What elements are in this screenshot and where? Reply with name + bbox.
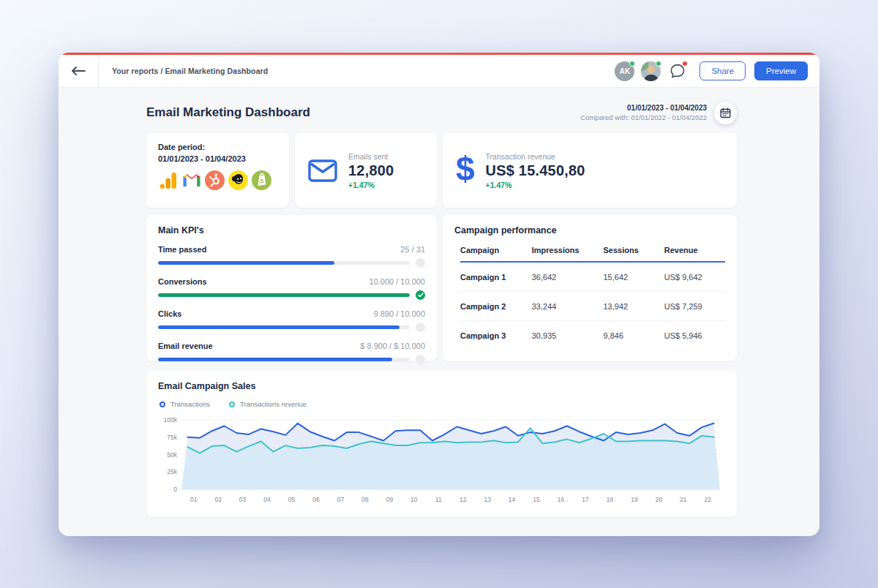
kpi-progress-fill [158, 261, 334, 265]
legend-marker [229, 402, 235, 407]
kpi-row: Time passed25 / 31 [158, 245, 425, 268]
date-range-value: 01/01/2023 - 01/04/2023 [580, 104, 707, 112]
x-axis-tick: 17 [582, 496, 589, 503]
campaign-performance-card: Campaign performance CampaignImpressions… [443, 215, 737, 361]
kpi-label: Conversions [158, 277, 207, 286]
notification-dot [682, 61, 688, 67]
kpi-status-check [416, 290, 425, 300]
revenue-cell: US$ 7,259 [664, 302, 725, 311]
x-axis-tick: 09 [386, 496, 394, 503]
x-axis-tick: 21 [680, 496, 687, 503]
kpi-progress-track [158, 358, 410, 361]
kpi-value: $ 8.900 / $ 10.000 [360, 342, 425, 350]
chat-button[interactable] [667, 61, 687, 81]
campaign-name: Campaign 2 [460, 302, 532, 311]
column-header: Revenue [664, 246, 725, 255]
avatar-photo[interactable] [641, 61, 661, 81]
share-button[interactable]: Share [699, 61, 746, 80]
transaction-revenue-text: Transaction revenue US$ 15.450,80 +1.47% [486, 152, 585, 189]
line-chart: 100k75k50k25k001020304050607080910111213… [158, 414, 725, 505]
chart-area: 100k75k50k25k001020304050607080910111213… [158, 414, 725, 508]
hubspot-icon[interactable] [205, 170, 225, 190]
date-range-control: 01/01/2023 - 01/04/2023 Compared with: 0… [580, 102, 737, 124]
shopify-icon[interactable]: S [252, 170, 271, 190]
legend-item[interactable]: Transactions revenue [229, 400, 307, 408]
mailchimp-icon[interactable] [228, 170, 248, 190]
y-axis-tick: 25k [167, 468, 177, 475]
column-header: Campaign [460, 246, 532, 255]
y-axis-tick: 50k [167, 451, 177, 459]
kpi-value: 25 / 31 [400, 245, 425, 254]
calendar-button[interactable] [714, 102, 737, 124]
kpi-row: Conversions10.000 / 10.000 [158, 277, 425, 300]
breadcrumb[interactable]: Your reports / Email Marketing Dashboard [112, 67, 268, 75]
table-row: Campaign 330,9359,846US$ 5,946 [460, 321, 725, 350]
emails-sent-card: Emails sent 12,800 +1.47% [295, 133, 437, 208]
date-period-card: Date period: 01/01/2023 - 01/04/2023 S [146, 133, 289, 208]
x-axis-tick: 16 [558, 496, 565, 503]
emails-sent-value: 12,800 [348, 162, 394, 179]
google-analytics-icon[interactable] [158, 170, 178, 190]
avatar-initials: AK [620, 67, 630, 75]
campaign-name: Campaign 1 [460, 273, 532, 282]
envelope-icon [308, 159, 337, 182]
date-period-label: Date period: [158, 143, 277, 151]
dollar-icon: $ [456, 152, 475, 186]
y-axis-tick: 0 [173, 486, 177, 493]
x-axis-tick: 18 [607, 496, 614, 503]
x-axis-tick: 19 [631, 496, 638, 503]
sessions-cell: 13,942 [603, 302, 664, 311]
kpi-progress-track [158, 293, 410, 297]
app-window: Your reports / Email Marketing Dashboard… [59, 53, 819, 536]
preview-button[interactable]: Preview [754, 61, 808, 80]
svg-text:S: S [260, 178, 264, 184]
transaction-revenue-value: US$ 15.450,80 [486, 162, 585, 179]
date-period-value: 01/01/2023 - 01/04/2023 [158, 154, 277, 163]
legend-label: Transactions [170, 400, 210, 408]
impressions-cell: 36,642 [532, 273, 604, 282]
x-axis-tick: 05 [288, 496, 296, 503]
campaign-table-body: Campaign 136,64215,642US$ 9,642Campaign … [460, 263, 725, 350]
x-axis-tick: 02 [214, 496, 222, 503]
calendar-icon [720, 108, 731, 118]
campaign-table-header: CampaignImpressionsSessionsRevenue [460, 246, 725, 263]
gmail-icon[interactable] [181, 170, 201, 190]
online-dot [629, 61, 635, 67]
kpi-value: 9.890 / 10.000 [374, 309, 425, 318]
back-arrow-icon [71, 67, 86, 75]
check-icon [418, 293, 424, 298]
back-button[interactable] [59, 55, 99, 87]
kpi-status-circle [416, 258, 425, 268]
summary-cards-row: Date period: 01/01/2023 - 01/04/2023 S E… [146, 133, 737, 208]
revenue-cell: US$ 5,946 [664, 331, 725, 340]
avatar-ak[interactable]: AK [615, 61, 634, 81]
main-kpis-card: Main KPI's Time passed25 / 31Conversions… [146, 215, 437, 361]
impressions-cell: 30,935 [532, 331, 604, 340]
x-axis-tick: 14 [509, 496, 516, 503]
campaign-performance-title: Campaign performance [454, 225, 725, 235]
sessions-cell: 9,846 [603, 331, 664, 340]
kpi-progress-fill [158, 325, 399, 329]
x-axis-tick: 10 [410, 496, 418, 503]
kpi-label: Email revenue [158, 342, 213, 350]
email-campaign-sales-card: Email Campaign Sales TransactionsTransac… [146, 371, 737, 517]
kpi-label: Clicks [158, 309, 181, 318]
legend-item[interactable]: Transactions [160, 400, 210, 408]
emails-sent-text: Emails sent 12,800 +1.47% [348, 152, 394, 189]
kpi-progress-track [158, 325, 410, 329]
x-axis-tick: 11 [435, 496, 442, 503]
x-axis-tick: 22 [705, 496, 712, 503]
x-axis-tick: 06 [312, 496, 320, 503]
x-axis-tick: 12 [459, 496, 467, 503]
x-axis-tick: 07 [337, 496, 345, 503]
chart-legend: TransactionsTransactions revenue [160, 400, 725, 408]
title-row: Email Marketing Dashboard 01/01/2023 - 0… [146, 99, 737, 127]
kpi-value: 10.000 / 10.000 [369, 277, 425, 286]
x-axis-tick: 03 [239, 496, 247, 503]
x-axis-tick: 15 [533, 496, 540, 503]
y-axis-tick: 100k [164, 416, 178, 423]
emails-sent-delta: +1.47% [348, 181, 394, 189]
x-axis-tick: 20 [656, 496, 663, 503]
transaction-revenue-card: $ Transaction revenue US$ 15.450,80 +1.4… [443, 133, 737, 208]
online-dot [656, 61, 661, 67]
